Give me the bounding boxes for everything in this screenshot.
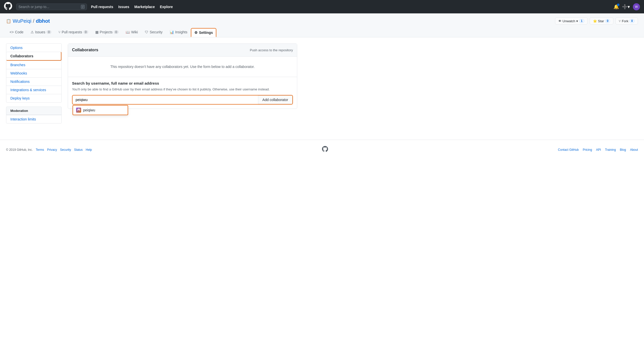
tab-insights-label: Insights bbox=[175, 30, 187, 34]
star-button[interactable]: ⭐ Star 0 bbox=[590, 17, 614, 24]
footer-center bbox=[322, 146, 328, 153]
eye-icon: 👁 bbox=[558, 19, 562, 23]
content-area: Collaborators Push access to the reposit… bbox=[68, 43, 297, 124]
sidebar-item-collaborators[interactable]: Collaborators bbox=[6, 52, 61, 61]
search-section: Search by username, full name or email a… bbox=[68, 77, 297, 109]
sidebar-main-section: Options Collaborators Branches Webhooks … bbox=[6, 43, 62, 103]
repo-header: 📋 WuPeiqi / dbhot 👁 Unwatch ▾ 1 ⭐ Star 0… bbox=[0, 13, 644, 37]
sidebar-item-notifications[interactable]: Notifications bbox=[6, 77, 61, 86]
tab-projects-label: Projects bbox=[100, 30, 113, 34]
footer-terms-link[interactable]: Terms bbox=[36, 148, 44, 152]
pr-badge: 0 bbox=[83, 30, 88, 34]
footer-github-logo bbox=[322, 146, 328, 153]
repo-name-link[interactable]: dbhot bbox=[36, 18, 50, 24]
repo-icon: 📋 bbox=[6, 19, 11, 23]
unwatch-button[interactable]: 👁 Unwatch ▾ 1 bbox=[555, 17, 588, 24]
collaborators-title: Collaborators bbox=[72, 48, 98, 52]
sidebar-item-interaction-limits[interactable]: Interaction limits bbox=[6, 115, 61, 123]
footer-help-link[interactable]: Help bbox=[86, 148, 92, 152]
sidebar-item-options[interactable]: Options bbox=[6, 44, 61, 52]
settings-icon: ⚙ bbox=[194, 31, 198, 35]
sidebar-moderation-section: Moderation Interaction limits bbox=[6, 107, 62, 124]
nav-pull-requests[interactable]: Pull requests bbox=[91, 5, 113, 9]
tab-code[interactable]: <> Code bbox=[6, 28, 27, 37]
fork-icon: ⑂ bbox=[619, 19, 621, 23]
sidebar-item-integrations[interactable]: Integrations & services bbox=[6, 86, 61, 94]
repo-title-row: 📋 WuPeiqi / dbhot 👁 Unwatch ▾ 1 ⭐ Star 0… bbox=[6, 17, 638, 24]
tab-projects[interactable]: ▦ Projects 0 bbox=[92, 28, 122, 37]
header: / Pull requests Issues Marketplace Explo… bbox=[0, 0, 644, 13]
footer-left: © 2019 GitHub, Inc. Terms Privacy Securi… bbox=[6, 148, 92, 152]
footer-api-link[interactable]: API bbox=[596, 148, 601, 152]
tab-settings-label: Settings bbox=[199, 31, 213, 35]
tab-settings[interactable]: ⚙ Settings bbox=[191, 28, 216, 37]
footer-contact-link[interactable]: Contact GitHub bbox=[558, 148, 579, 152]
fork-button[interactable]: ⑂ Fork 0 bbox=[615, 17, 638, 24]
search-title: Search by username, full name or email a… bbox=[72, 81, 293, 85]
projects-badge: 0 bbox=[114, 30, 119, 34]
star-icon: ⭐ bbox=[593, 19, 597, 23]
avatar[interactable]: W bbox=[633, 3, 640, 10]
sidebar-item-branches[interactable]: Branches bbox=[6, 61, 61, 69]
tab-pr-label: Pull requests bbox=[62, 30, 82, 34]
search-input[interactable] bbox=[18, 5, 79, 9]
sidebar-item-deploy-keys[interactable]: Deploy keys bbox=[6, 94, 61, 102]
search-slash-icon: / bbox=[81, 5, 85, 9]
footer-training-link[interactable]: Training bbox=[605, 148, 616, 152]
tab-issues[interactable]: ⚠ Issues 0 bbox=[27, 28, 55, 37]
pr-icon: ⑂ bbox=[58, 30, 60, 34]
code-icon: <> bbox=[10, 30, 14, 34]
footer-right: Contact GitHub Pricing API Training Blog… bbox=[558, 148, 638, 152]
nav-marketplace[interactable]: Marketplace bbox=[134, 5, 155, 9]
header-actions: 🔔 ➕▾ W bbox=[613, 3, 640, 10]
wiki-icon: 📖 bbox=[126, 30, 130, 34]
footer-status-link[interactable]: Status bbox=[74, 148, 83, 152]
dropdown-avatar bbox=[76, 108, 81, 113]
tab-wiki-label: Wiki bbox=[131, 30, 138, 34]
footer-blog-link[interactable]: Blog bbox=[620, 148, 626, 152]
tab-issues-label: Issues bbox=[35, 30, 45, 34]
github-logo-icon[interactable] bbox=[4, 2, 12, 12]
search-box[interactable]: / bbox=[16, 4, 87, 10]
search-row: Add collaborator bbox=[73, 95, 292, 104]
repo-tabs: <> Code ⚠ Issues 0 ⑂ Pull requests 0 ▦ P… bbox=[6, 28, 638, 37]
footer-copyright: © 2019 GitHub, Inc. bbox=[6, 148, 33, 152]
push-access-text: Push access to the repository bbox=[250, 48, 293, 52]
sidebar-item-webhooks[interactable]: Webhooks bbox=[6, 69, 61, 77]
collaborators-header: Collaborators Push access to the reposit… bbox=[68, 44, 297, 57]
collaborators-panel: Collaborators Push access to the reposit… bbox=[68, 43, 297, 109]
add-button[interactable]: ➕▾ bbox=[622, 4, 630, 10]
fork-label: Fork bbox=[622, 19, 628, 23]
add-collaborator-button[interactable]: Add collaborator bbox=[258, 95, 292, 104]
search-hint: You’ll only be able to find a GitHub use… bbox=[72, 87, 293, 92]
search-outer-border: Add collaborator bbox=[72, 95, 293, 105]
insights-icon: 📊 bbox=[170, 30, 174, 34]
dropdown-item-peiqiwu[interactable]: peiqiwu bbox=[73, 106, 128, 115]
star-label: Star bbox=[598, 19, 604, 23]
tab-security-label: Security bbox=[150, 30, 163, 34]
nav-issues[interactable]: Issues bbox=[118, 5, 129, 9]
unwatch-label: Unwatch bbox=[563, 19, 576, 23]
repo-actions: 👁 Unwatch ▾ 1 ⭐ Star 0 ⑂ Fork 0 bbox=[555, 17, 638, 24]
tab-security[interactable]: 🛡 Security bbox=[141, 28, 166, 37]
repo-separator: / bbox=[33, 18, 34, 24]
sidebar: Options Collaborators Branches Webhooks … bbox=[6, 43, 62, 124]
dropdown-username: peiqiwu bbox=[83, 108, 95, 112]
sidebar-moderation-items: Interaction limits bbox=[6, 115, 62, 124]
footer-about-link[interactable]: About bbox=[630, 148, 638, 152]
footer-security-link[interactable]: Security bbox=[60, 148, 71, 152]
footer-privacy-link[interactable]: Privacy bbox=[47, 148, 57, 152]
repo-owner-link[interactable]: WuPeiqi bbox=[13, 18, 31, 24]
nav-explore[interactable]: Explore bbox=[160, 5, 173, 9]
notification-button[interactable]: 🔔 bbox=[613, 4, 619, 10]
collaborator-search-input[interactable] bbox=[73, 95, 258, 104]
repo-title: 📋 WuPeiqi / dbhot bbox=[6, 18, 50, 24]
footer-pricing-link[interactable]: Pricing bbox=[583, 148, 592, 152]
issues-icon: ⚠ bbox=[31, 30, 34, 34]
tab-insights[interactable]: 📊 Insights bbox=[166, 28, 191, 37]
tab-pull-requests[interactable]: ⑂ Pull requests 0 bbox=[55, 28, 92, 37]
search-dropdown[interactable]: peiqiwu bbox=[73, 105, 128, 115]
notification-dot bbox=[617, 4, 619, 6]
tab-wiki[interactable]: 📖 Wiki bbox=[122, 28, 141, 37]
projects-icon: ▦ bbox=[95, 30, 99, 34]
